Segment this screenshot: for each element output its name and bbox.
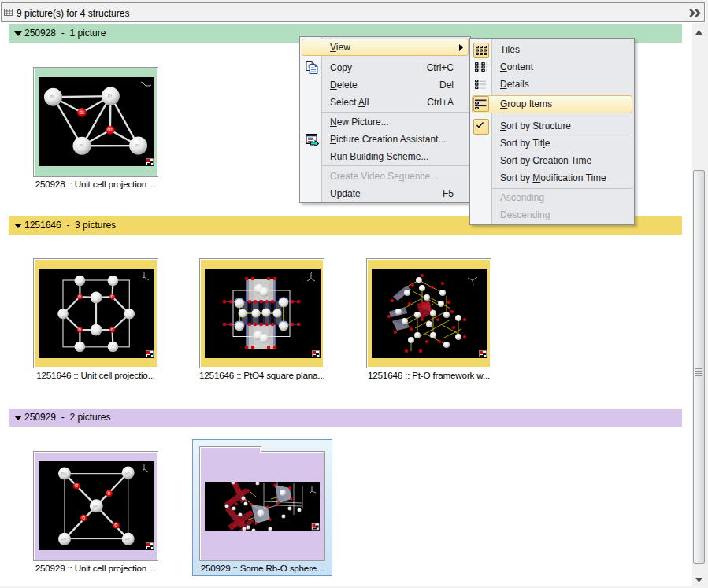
svg-text:Rh: Rh [124, 537, 130, 542]
svg-text:Rh: Rh [61, 537, 67, 542]
svg-text:Pt: Pt [108, 94, 113, 98]
svg-text:O1: O1 [108, 128, 113, 132]
svg-text:O: O [111, 295, 114, 299]
svg-text:Pt: Pt [50, 94, 55, 99]
svg-text:O: O [79, 295, 82, 299]
svg-text:Rh: Rh [61, 472, 67, 476]
svg-text:Pt: Pt [135, 143, 140, 148]
svg-text:Rh: Rh [124, 471, 130, 475]
svg-text:O: O [108, 492, 111, 496]
svg-text:O: O [79, 328, 82, 332]
svg-text:O: O [76, 484, 79, 488]
svg-text:Pt: Pt [79, 143, 83, 148]
svg-text:O: O [111, 328, 114, 332]
svg-text:O: O [115, 523, 118, 527]
svg-text:Rh: Rh [93, 504, 98, 508]
svg-text:O: O [83, 516, 86, 520]
svg-text:O1: O1 [80, 110, 85, 115]
